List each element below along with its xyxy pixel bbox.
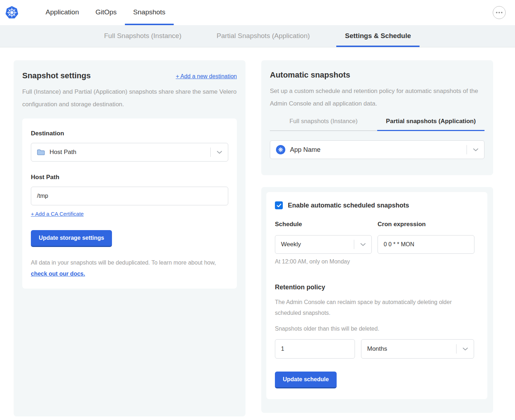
right-column: Automatic snapshots Set up a custom sche… (261, 60, 493, 413)
enable-snapshots-label: Enable automatic scheduled snapshots (288, 202, 409, 209)
add-ca-certificate-link[interactable]: + Add a CA Certificate (31, 211, 84, 217)
docs-link[interactable]: check out our docs. (31, 271, 85, 277)
folder-icon (37, 149, 45, 155)
main-nav: Application GitOps Snapshots (37, 0, 174, 25)
snapshot-settings-title: Snapshot settings (22, 71, 91, 80)
schedule-card: Enable automatic scheduled snapshots Sch… (266, 192, 487, 399)
chevron-down-icon (211, 151, 228, 154)
deduplication-note: All data in your snapshots will be dedup… (31, 257, 228, 279)
app-kubernetes-icon (276, 145, 285, 154)
nav-tab-application[interactable]: Application (37, 0, 87, 25)
retention-policy-title: Retention policy (275, 284, 479, 291)
cron-readable-text: At 12:00 AM, only on Monday (275, 258, 479, 265)
schedule-interval-value: Weekly (281, 241, 301, 248)
add-new-destination-link[interactable]: + Add a new destination (176, 73, 237, 80)
app-select[interactable]: App Name (270, 140, 484, 159)
host-path-label: Host Path (31, 174, 228, 181)
chevron-down-icon (354, 243, 371, 246)
kubernetes-logo-icon (5, 6, 19, 19)
nav-tab-gitops[interactable]: GitOps (87, 0, 125, 25)
host-path-input[interactable] (31, 187, 228, 205)
check-icon (277, 204, 281, 207)
retention-grid: Months (275, 339, 479, 359)
tab-partial-snapshots-application[interactable]: Partial Snapshots (Application) (208, 25, 318, 47)
tab-full-snapshots[interactable]: Full snapshots (Instance) (270, 118, 377, 131)
enable-snapshots-checkbox[interactable] (275, 201, 283, 209)
cron-expression-label: Cron expression (378, 221, 474, 228)
retention-unit-select[interactable]: Months (361, 339, 474, 359)
snapshot-settings-header: Snapshot settings + Add a new destinatio… (22, 71, 237, 80)
snapshot-settings-card: Snapshot settings + Add a new destinatio… (14, 60, 245, 416)
update-storage-settings-button[interactable]: Update storage settings (31, 230, 112, 247)
enable-snapshots-row: Enable automatic scheduled snapshots (275, 201, 479, 209)
update-schedule-button[interactable]: Update schedule (275, 372, 337, 388)
tab-settings-schedule[interactable]: Settings & Schedule (336, 25, 420, 47)
tab-full-snapshots-instance[interactable]: Full Snapshots (Instance) (95, 25, 190, 47)
ca-certificate-row: + Add a CA Certificate (31, 211, 228, 217)
overflow-menu-button[interactable] (493, 6, 506, 19)
chevron-down-icon (457, 347, 474, 351)
nav-tab-snapshots[interactable]: Snapshots (125, 0, 174, 25)
snapshot-settings-description: Full (Instance) and Partial (Application… (22, 85, 237, 111)
retention-policy-description: The Admin Console can reclaim space by a… (275, 297, 469, 318)
storage-settings-panel: Destination Host Path Host Path + Add a … (22, 118, 237, 289)
main-content: Snapshot settings + Add a new destinatio… (0, 47, 515, 420)
automatic-snapshots-description: Set up a custom schedule and retention p… (270, 85, 484, 110)
automatic-snapshots-title: Automatic snapshots (270, 70, 484, 80)
chevron-down-icon (467, 148, 484, 151)
deduplication-note-text: All data in your snapshots will be dedup… (31, 260, 216, 266)
retention-value-input[interactable] (275, 339, 355, 359)
destination-value: Host Path (50, 149, 76, 156)
schedule-grid: Schedule Cron expression Weekly (275, 221, 479, 254)
schedule-interval-select[interactable]: Weekly (275, 235, 372, 254)
retention-unit-value: Months (367, 345, 387, 353)
schedule-label: Schedule (275, 221, 372, 228)
app-select-value: App Name (290, 146, 320, 154)
retention-hint-text: Snapshots older than this will be delete… (275, 326, 479, 332)
tab-partial-snapshots[interactable]: Partial snapshots (Application) (377, 118, 484, 131)
destination-label: Destination (31, 130, 228, 137)
cron-expression-input[interactable] (378, 235, 474, 254)
schedule-card-container: Enable automatic scheduled snapshots Sch… (261, 187, 493, 413)
automatic-snapshots-card: Automatic snapshots Set up a custom sche… (261, 60, 493, 175)
automatic-snapshots-tabs: Full snapshots (Instance) Partial snapsh… (270, 118, 484, 131)
snapshots-subnav: Full Snapshots (Instance) Partial Snapsh… (0, 25, 515, 47)
ellipsis-icon (496, 12, 497, 13)
destination-select[interactable]: Host Path (31, 143, 228, 162)
top-navbar: Application GitOps Snapshots (0, 0, 515, 25)
